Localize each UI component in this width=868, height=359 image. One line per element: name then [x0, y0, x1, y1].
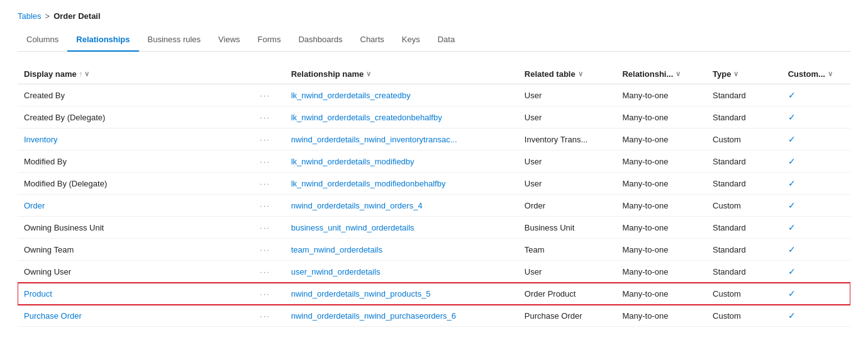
breadcrumb-sep: > — [45, 11, 50, 21]
relationship-name-cell[interactable]: team_nwind_orderdetails — [285, 239, 518, 261]
table-row[interactable]: Purchase Order···nwind_orderdetails_nwin… — [18, 305, 850, 327]
relationship-type-cell: Many-to-one — [616, 128, 706, 151]
customizable-cell: ✓ — [782, 106, 850, 128]
col-header-dots — [251, 64, 285, 84]
col-header-type[interactable]: Type ∨ — [706, 64, 782, 84]
table-row[interactable]: Modified By (Delegate)···lk_nwind_orderd… — [18, 173, 850, 195]
table-row[interactable]: Owning Business Unit···business_unit_nwi… — [18, 217, 850, 239]
tab-relationships[interactable]: Relationships — [67, 30, 138, 52]
type-cell: Standard — [706, 261, 782, 283]
table-row[interactable]: Modified By···lk_nwind_orderdetails_modi… — [18, 151, 850, 173]
checkmark-icon: ✓ — [788, 156, 796, 166]
row-menu-dots[interactable]: ··· — [251, 128, 285, 151]
checkmark-icon: ✓ — [788, 244, 796, 254]
table-row[interactable]: Order···nwind_orderdetails_nwind_orders_… — [18, 195, 850, 217]
display-name-link[interactable]: Order — [24, 201, 45, 210]
row-menu-dots[interactable]: ··· — [251, 106, 285, 128]
tab-bar: Columns Relationships Business rules Vie… — [18, 30, 850, 52]
row-menu-dots[interactable]: ··· — [251, 195, 285, 217]
checkmark-icon: ✓ — [788, 200, 796, 210]
relationship-name-cell[interactable]: user_nwind_orderdetails — [285, 261, 518, 283]
row-menu-dots[interactable]: ··· — [251, 151, 285, 173]
related-table-cell: Purchase Order — [518, 305, 616, 327]
checkmark-icon: ✓ — [788, 288, 796, 299]
relationship-type-cell: Many-to-one — [616, 151, 706, 173]
col-header-relationship-name[interactable]: Relationship name ∨ — [285, 64, 518, 84]
row-menu-dots[interactable]: ··· — [251, 305, 285, 327]
display-name-link[interactable]: Inventory — [24, 135, 57, 144]
table-row[interactable]: Owning Team···team_nwind_orderdetailsTea… — [18, 239, 850, 261]
relationship-name-cell[interactable]: nwind_orderdetails_nwind_orders_4 — [285, 195, 518, 217]
customizable-cell: ✓ — [782, 305, 850, 327]
row-menu-dots[interactable]: ··· — [251, 217, 285, 239]
relationship-type-cell: Many-to-one — [616, 261, 706, 283]
relationship-type-cell: Many-to-one — [616, 217, 706, 239]
col-header-relationship-type[interactable]: Relationshi... ∨ — [616, 64, 706, 84]
checkmark-icon: ✓ — [788, 90, 796, 100]
relationships-table-wrapper: Display name ↑ ∨ Relationship name ∨ — [18, 64, 850, 327]
table-row[interactable]: Created By···lk_nwind_orderdetails_creat… — [18, 84, 850, 106]
breadcrumb-tables[interactable]: Tables — [18, 11, 42, 21]
tab-data[interactable]: Data — [429, 30, 464, 52]
customizable-cell: ✓ — [782, 195, 850, 217]
relationship-name-cell[interactable]: lk_nwind_orderdetails_createdonbehalfby — [285, 106, 518, 128]
tab-business-rules[interactable]: Business rules — [139, 30, 210, 52]
tab-views[interactable]: Views — [209, 30, 248, 52]
display-name-link[interactable]: Purchase Order — [24, 311, 82, 321]
relationship-name-cell[interactable]: lk_nwind_orderdetails_modifiedby — [285, 151, 518, 173]
tab-charts[interactable]: Charts — [352, 30, 393, 52]
row-menu-dots[interactable]: ··· — [251, 261, 285, 283]
relationship-name-cell[interactable]: lk_nwind_orderdetails_modifiedonbehalfby — [285, 173, 518, 195]
display-name-cell: Created By — [18, 84, 251, 106]
relationship-type-cell: Many-to-one — [616, 239, 706, 261]
row-menu-dots[interactable]: ··· — [251, 283, 285, 305]
customizable-cell: ✓ — [782, 239, 850, 261]
col-header-custom[interactable]: Custom... ∨ — [782, 64, 850, 84]
related-table-cell: User — [518, 106, 616, 128]
customizable-cell: ✓ — [782, 128, 850, 151]
relationships-table: Display name ↑ ∨ Relationship name ∨ — [18, 64, 850, 327]
tab-columns[interactable]: Columns — [18, 30, 67, 52]
related-table-cell: Order Product — [518, 283, 616, 305]
display-name-link[interactable]: Product — [24, 289, 52, 299]
table-row[interactable]: Product···nwind_orderdetails_nwind_produ… — [18, 283, 850, 305]
checkmark-icon: ✓ — [788, 178, 796, 188]
relationship-name-cell[interactable]: business_unit_nwind_orderdetails — [285, 217, 518, 239]
col-header-display-name[interactable]: Display name ↑ ∨ — [18, 64, 251, 84]
customizable-cell: ✓ — [782, 261, 850, 283]
table-row[interactable]: Inventory···nwind_orderdetails_nwind_inv… — [18, 128, 850, 151]
relationship-type-cell: Many-to-one — [616, 84, 706, 106]
display-name-cell: Owning Business Unit — [18, 217, 251, 239]
checkmark-icon: ✓ — [788, 134, 796, 144]
checkmark-icon: ✓ — [788, 222, 796, 232]
row-menu-dots[interactable]: ··· — [251, 173, 285, 195]
tab-forms[interactable]: Forms — [249, 30, 290, 52]
checkmark-icon: ✓ — [788, 311, 796, 321]
related-table-cell: User — [518, 173, 616, 195]
sort-icon-related-table: ∨ — [578, 70, 583, 78]
related-table-cell: Business Unit — [518, 217, 616, 239]
related-table-cell: Team — [518, 239, 616, 261]
customizable-cell: ✓ — [782, 283, 850, 305]
type-cell: Standard — [706, 173, 782, 195]
col-header-related-table[interactable]: Related table ∨ — [518, 64, 616, 84]
relationship-name-cell[interactable]: nwind_orderdetails_nwind_products_5 — [285, 283, 518, 305]
relationship-type-cell: Many-to-one — [616, 106, 706, 128]
table-row[interactable]: Owning User···user_nwind_orderdetailsUse… — [18, 261, 850, 283]
relationship-name-cell[interactable]: nwind_orderdetails_nwind_purchaseorders_… — [285, 305, 518, 327]
type-cell: Custom — [706, 283, 782, 305]
display-name-cell: Owning User — [18, 261, 251, 283]
row-menu-dots[interactable]: ··· — [251, 84, 285, 106]
breadcrumb: Tables > Order Detail — [18, 11, 850, 21]
tab-keys[interactable]: Keys — [393, 30, 429, 52]
tab-dashboards[interactable]: Dashboards — [289, 30, 351, 52]
breadcrumb-current: Order Detail — [53, 11, 100, 21]
relationship-name-cell[interactable]: nwind_orderdetails_nwind_inventorytransa… — [285, 128, 518, 151]
relationship-type-cell: Many-to-one — [616, 305, 706, 327]
type-cell: Standard — [706, 239, 782, 261]
type-cell: Standard — [706, 84, 782, 106]
relationship-name-cell[interactable]: lk_nwind_orderdetails_createdby — [285, 84, 518, 106]
related-table-cell: User — [518, 261, 616, 283]
row-menu-dots[interactable]: ··· — [251, 239, 285, 261]
table-row[interactable]: Created By (Delegate)···lk_nwind_orderde… — [18, 106, 850, 128]
